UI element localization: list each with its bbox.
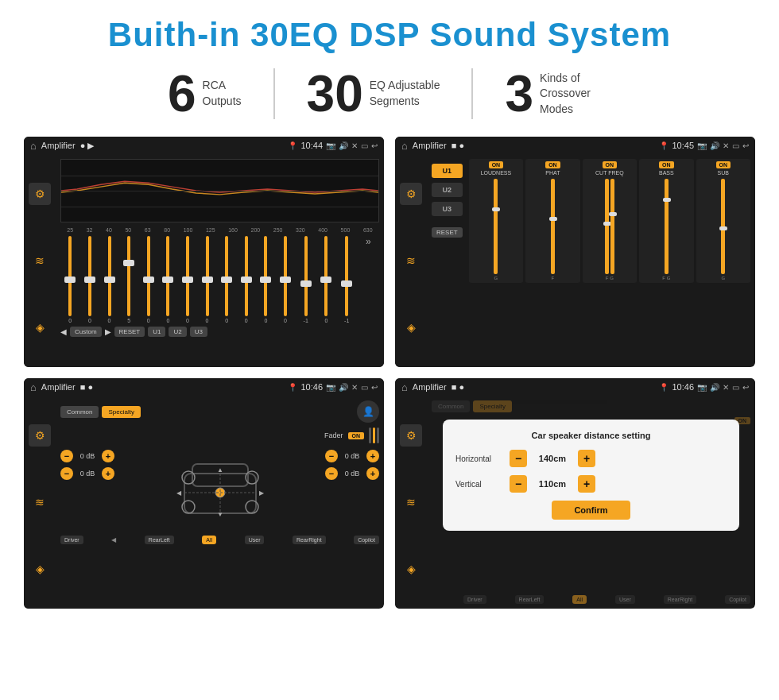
fader-tab-specialty[interactable]: Specialty xyxy=(102,406,140,418)
dist-wave-icon[interactable]: ≋ xyxy=(400,491,422,513)
eq-slider-8[interactable]: 0 xyxy=(225,236,228,323)
fader-home-icon[interactable]: ⌂ xyxy=(30,381,37,393)
fader-copilot-btn[interactable]: Copilot xyxy=(354,536,379,544)
eq-slider-3[interactable]: 5 xyxy=(127,236,130,323)
eq-more-btn[interactable]: » xyxy=(366,236,371,323)
distance-vertical-minus[interactable]: − xyxy=(510,475,527,493)
eq-next-btn[interactable]: ▶ xyxy=(105,327,111,336)
dist-home-icon[interactable]: ⌂ xyxy=(401,381,408,393)
dist-tuner-icon[interactable]: ⚙ xyxy=(400,424,422,447)
xover-reset-btn[interactable]: RESET xyxy=(432,227,463,238)
eq-slider-10[interactable]: 0 xyxy=(264,236,267,323)
xover-phat-thumb[interactable] xyxy=(549,217,557,221)
eq-slider-4[interactable]: 0 xyxy=(147,236,150,323)
fader-plus-0[interactable]: + xyxy=(102,450,114,462)
eq-thumb-6[interactable] xyxy=(182,277,193,283)
eq-thumb-13[interactable] xyxy=(320,277,331,283)
eq-thumb-3[interactable] xyxy=(123,260,134,266)
xover-u3-btn[interactable]: U3 xyxy=(432,202,463,216)
eq-reset-btn[interactable]: RESET xyxy=(114,327,145,337)
fader-all-btn[interactable]: All xyxy=(202,536,216,544)
eq-thumb-0[interactable] xyxy=(64,277,76,283)
eq-thumb-1[interactable] xyxy=(84,277,95,283)
fader-tab-common[interactable]: Common xyxy=(60,406,99,418)
xover-loudness-thumb[interactable] xyxy=(492,207,500,211)
eq-thumb-5[interactable] xyxy=(162,277,173,283)
fader-plus-3[interactable]: + xyxy=(366,467,379,480)
eq-slider-1[interactable]: 0 xyxy=(88,236,91,323)
eq-home-icon[interactable]: ⌂ xyxy=(30,140,37,152)
eq-slider-5[interactable]: 0 xyxy=(166,236,169,323)
xover-tuner-icon[interactable]: ⚙ xyxy=(400,183,422,205)
fader-rearright-btn[interactable]: RearRight xyxy=(293,536,326,544)
xover-home-icon[interactable]: ⌂ xyxy=(401,140,408,152)
eq-thumb-4[interactable] xyxy=(143,277,154,283)
fader-minus-2[interactable]: − xyxy=(325,450,338,462)
eq-wave-icon[interactable]: ≋ xyxy=(29,249,51,272)
fader-arrow-left[interactable]: ◀ xyxy=(111,536,116,543)
fader-on-row: Fader ON xyxy=(60,427,379,443)
xover-cutfreq-on[interactable]: ON xyxy=(603,161,618,168)
eq-slider-7[interactable]: 0 xyxy=(206,236,209,323)
fader-wave-icon[interactable]: ≋ xyxy=(29,491,51,513)
eq-thumb-11[interactable] xyxy=(280,277,291,283)
eq-slider-13[interactable]: 0 xyxy=(324,236,327,323)
fader-plus-1[interactable]: + xyxy=(102,467,114,480)
eq-slider-9[interactable]: 0 xyxy=(245,236,248,323)
eq-slider-2[interactable]: 0 xyxy=(108,236,111,323)
xover-phat-on[interactable]: ON xyxy=(545,161,560,168)
fader-rearleft-btn[interactable]: RearLeft xyxy=(145,536,174,544)
eq-thumb-2[interactable] xyxy=(104,277,115,283)
eq-thumb-14[interactable] xyxy=(341,280,352,287)
eq-slider-6[interactable]: 0 xyxy=(186,236,189,323)
dist-speaker-icon[interactable]: ◈ xyxy=(400,558,422,580)
xover-loudness-on[interactable]: ON xyxy=(489,161,504,168)
eq-u2-btn[interactable]: U2 xyxy=(169,327,186,337)
fader-minus-1[interactable]: − xyxy=(60,467,73,480)
fader-plus-2[interactable]: + xyxy=(366,450,379,462)
xover-wave-icon[interactable]: ≋ xyxy=(400,249,422,272)
eq-thumb-9[interactable] xyxy=(241,277,252,283)
distance-horizontal-plus[interactable]: + xyxy=(578,450,595,467)
fader-user-btn[interactable]: User xyxy=(245,536,265,544)
eq-u1-btn[interactable]: U1 xyxy=(148,327,165,337)
fader-avatar-btn[interactable]: 👤 xyxy=(357,400,379,423)
eq-thumb-12[interactable] xyxy=(300,280,312,287)
eq-vol-icon: 🔊 xyxy=(339,141,348,150)
eq-u3-btn[interactable]: U3 xyxy=(190,327,207,337)
xover-speaker-icon[interactable]: ◈ xyxy=(400,316,422,338)
grid-h1 xyxy=(61,176,378,176)
stat-crossover: 3 Kinds ofCrossover Modes xyxy=(473,68,643,119)
xover-back-icon[interactable]: ↩ xyxy=(742,141,749,150)
xover-cutfreq-thumb2[interactable] xyxy=(609,212,617,216)
eq-tuner-icon[interactable]: ⚙ xyxy=(29,183,51,205)
fader-db-row-0: − 0 dB + xyxy=(60,450,114,462)
distance-vertical-plus[interactable]: + xyxy=(578,475,595,493)
eq-thumb-8[interactable] xyxy=(221,277,232,283)
xover-bass-thumb[interactable] xyxy=(663,198,671,202)
eq-slider-12[interactable]: -1 xyxy=(304,236,308,323)
fader-minus-0[interactable]: − xyxy=(60,450,73,462)
eq-thumb-10[interactable] xyxy=(260,277,271,283)
eq-prev-btn[interactable]: ◀ xyxy=(60,327,67,336)
fader-back-icon[interactable]: ↩ xyxy=(371,383,378,392)
xover-sub-thumb[interactable] xyxy=(719,226,727,230)
fader-driver-btn[interactable]: Driver xyxy=(60,536,83,544)
eq-speaker-icon[interactable]: ◈ xyxy=(29,316,51,338)
fader-speaker-icon[interactable]: ◈ xyxy=(29,558,51,580)
eq-thumb-7[interactable] xyxy=(202,277,213,283)
xover-u2-btn[interactable]: U2 xyxy=(432,183,463,197)
dist-back-icon[interactable]: ↩ xyxy=(742,383,749,392)
fader-tuner-icon[interactable]: ⚙ xyxy=(29,424,51,447)
eq-slider-0[interactable]: 0 xyxy=(68,236,72,323)
eq-back-icon[interactable]: ↩ xyxy=(371,141,378,150)
distance-horizontal-minus[interactable]: − xyxy=(510,450,527,467)
fader-minus-3[interactable]: − xyxy=(325,467,338,480)
xover-u1-btn[interactable]: U1 xyxy=(432,164,463,178)
xover-bass-on[interactable]: ON xyxy=(659,161,674,168)
confirm-button[interactable]: Confirm xyxy=(552,501,630,520)
eq-slider-11[interactable]: 0 xyxy=(284,236,287,323)
xover-sub-on[interactable]: ON xyxy=(716,161,731,168)
fader-on-badge[interactable]: ON xyxy=(348,432,365,439)
eq-slider-14[interactable]: -1 xyxy=(344,236,349,323)
